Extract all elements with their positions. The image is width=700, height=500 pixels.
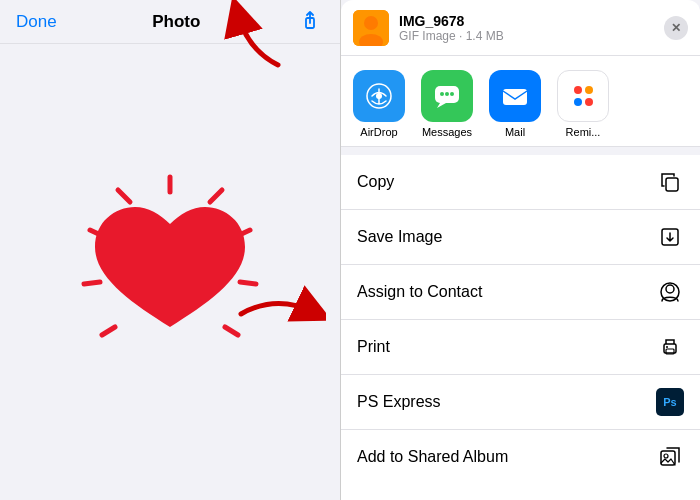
add-shared-album-action[interactable]: Add to Shared Album xyxy=(341,430,700,484)
ps-express-icon: Ps xyxy=(656,388,684,416)
ps-express-label: PS Express xyxy=(357,393,441,411)
print-icon xyxy=(656,333,684,361)
messages-icon xyxy=(421,70,473,122)
copy-label: Copy xyxy=(357,173,394,191)
action-list: Copy Save Image Assign to Contact xyxy=(341,155,700,500)
svg-line-9 xyxy=(84,282,100,284)
mail-icon xyxy=(489,70,541,122)
photo-area xyxy=(0,44,340,500)
print-action[interactable]: Print xyxy=(341,320,700,375)
print-label: Print xyxy=(357,338,390,356)
svg-point-24 xyxy=(666,285,674,293)
svg-line-7 xyxy=(118,190,130,202)
copy-action[interactable]: Copy xyxy=(341,155,700,210)
arrow-save-indicator xyxy=(226,284,326,348)
svg-point-13 xyxy=(364,16,378,30)
file-info: IMG_9678 GIF Image · 1.4 MB xyxy=(399,13,664,43)
mail-app[interactable]: Mail xyxy=(489,70,541,138)
svg-rect-21 xyxy=(503,89,527,105)
file-thumbnail xyxy=(353,10,389,46)
add-shared-album-label: Add to Shared Album xyxy=(357,448,508,466)
filename: IMG_9678 xyxy=(399,13,664,29)
add-shared-album-icon xyxy=(656,443,684,471)
file-details: GIF Image · 1.4 MB xyxy=(399,29,664,43)
airdrop-icon xyxy=(353,70,405,122)
airdrop-label: AirDrop xyxy=(360,126,397,138)
share-button[interactable] xyxy=(296,8,324,36)
svg-point-30 xyxy=(664,454,668,458)
done-button[interactable]: Done xyxy=(16,12,57,32)
apps-row: AirDrop Messages Mail xyxy=(341,56,700,147)
page-title: Photo xyxy=(152,12,200,32)
share-header: IMG_9678 GIF Image · 1.4 MB ✕ xyxy=(341,0,700,56)
save-image-action[interactable]: Save Image xyxy=(341,210,700,265)
save-image-icon xyxy=(656,223,684,251)
assign-contact-action[interactable]: Assign to Contact xyxy=(341,265,700,320)
reminders-app[interactable]: Remi... xyxy=(557,70,609,138)
save-image-label: Save Image xyxy=(357,228,442,246)
svg-line-3 xyxy=(210,190,222,202)
svg-point-28 xyxy=(666,346,668,348)
messages-label: Messages xyxy=(422,126,472,138)
assign-contact-label: Assign to Contact xyxy=(357,283,482,301)
messages-app[interactable]: Messages xyxy=(421,70,473,138)
svg-line-10 xyxy=(102,327,115,335)
svg-point-20 xyxy=(450,92,454,96)
airdrop-app[interactable]: AirDrop xyxy=(353,70,405,138)
svg-rect-22 xyxy=(666,178,678,191)
reminders-label: Remi... xyxy=(566,126,601,138)
copy-icon xyxy=(656,168,684,196)
left-panel: Done Photo xyxy=(0,0,340,500)
arrow-share-indicator xyxy=(218,0,298,74)
svg-point-18 xyxy=(440,92,444,96)
mail-label: Mail xyxy=(505,126,525,138)
share-sheet: IMG_9678 GIF Image · 1.4 MB ✕ AirDrop xyxy=(340,0,700,500)
svg-point-16 xyxy=(376,93,382,99)
ps-express-action[interactable]: PS Express Ps xyxy=(341,375,700,430)
close-button[interactable]: ✕ xyxy=(664,16,688,40)
reminders-icon xyxy=(557,70,609,122)
assign-contact-icon xyxy=(656,278,684,306)
svg-point-19 xyxy=(445,92,449,96)
